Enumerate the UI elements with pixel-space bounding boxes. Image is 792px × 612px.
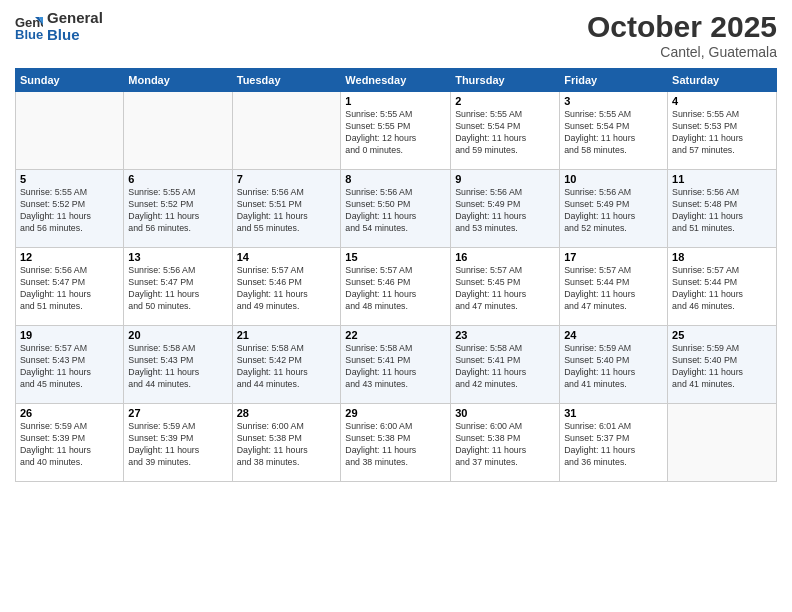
weekday-sunday: Sunday bbox=[16, 69, 124, 92]
page-container: General Blue General Blue October 2025 C… bbox=[0, 0, 792, 612]
day-number: 18 bbox=[672, 251, 772, 263]
day-number: 11 bbox=[672, 173, 772, 185]
day-number: 8 bbox=[345, 173, 446, 185]
day-number: 9 bbox=[455, 173, 555, 185]
day-info: Sunrise: 6:00 AM Sunset: 5:38 PM Dayligh… bbox=[455, 421, 555, 469]
calendar-week-row: 1Sunrise: 5:55 AM Sunset: 5:55 PM Daylig… bbox=[16, 92, 777, 170]
calendar-cell: 27Sunrise: 5:59 AM Sunset: 5:39 PM Dayli… bbox=[124, 404, 232, 482]
calendar-cell: 4Sunrise: 5:55 AM Sunset: 5:53 PM Daylig… bbox=[668, 92, 777, 170]
day-number: 12 bbox=[20, 251, 119, 263]
day-info: Sunrise: 5:57 AM Sunset: 5:43 PM Dayligh… bbox=[20, 343, 119, 391]
calendar-cell: 19Sunrise: 5:57 AM Sunset: 5:43 PM Dayli… bbox=[16, 326, 124, 404]
calendar-cell: 28Sunrise: 6:00 AM Sunset: 5:38 PM Dayli… bbox=[232, 404, 341, 482]
day-info: Sunrise: 5:58 AM Sunset: 5:41 PM Dayligh… bbox=[455, 343, 555, 391]
day-number: 29 bbox=[345, 407, 446, 419]
day-info: Sunrise: 5:59 AM Sunset: 5:40 PM Dayligh… bbox=[564, 343, 663, 391]
calendar-cell: 5Sunrise: 5:55 AM Sunset: 5:52 PM Daylig… bbox=[16, 170, 124, 248]
day-info: Sunrise: 5:56 AM Sunset: 5:50 PM Dayligh… bbox=[345, 187, 446, 235]
day-number: 23 bbox=[455, 329, 555, 341]
calendar-week-row: 19Sunrise: 5:57 AM Sunset: 5:43 PM Dayli… bbox=[16, 326, 777, 404]
calendar-cell: 7Sunrise: 5:56 AM Sunset: 5:51 PM Daylig… bbox=[232, 170, 341, 248]
day-number: 13 bbox=[128, 251, 227, 263]
weekday-thursday: Thursday bbox=[451, 69, 560, 92]
day-info: Sunrise: 5:57 AM Sunset: 5:46 PM Dayligh… bbox=[345, 265, 446, 313]
day-info: Sunrise: 5:58 AM Sunset: 5:41 PM Dayligh… bbox=[345, 343, 446, 391]
calendar-cell bbox=[16, 92, 124, 170]
calendar-cell: 14Sunrise: 5:57 AM Sunset: 5:46 PM Dayli… bbox=[232, 248, 341, 326]
day-info: Sunrise: 5:56 AM Sunset: 5:47 PM Dayligh… bbox=[20, 265, 119, 313]
day-info: Sunrise: 5:57 AM Sunset: 5:46 PM Dayligh… bbox=[237, 265, 337, 313]
day-info: Sunrise: 5:56 AM Sunset: 5:49 PM Dayligh… bbox=[564, 187, 663, 235]
calendar-cell: 10Sunrise: 5:56 AM Sunset: 5:49 PM Dayli… bbox=[560, 170, 668, 248]
calendar-cell bbox=[668, 404, 777, 482]
calendar-cell: 24Sunrise: 5:59 AM Sunset: 5:40 PM Dayli… bbox=[560, 326, 668, 404]
day-info: Sunrise: 5:55 AM Sunset: 5:54 PM Dayligh… bbox=[564, 109, 663, 157]
day-number: 5 bbox=[20, 173, 119, 185]
weekday-header-row: SundayMondayTuesdayWednesdayThursdayFrid… bbox=[16, 69, 777, 92]
day-number: 28 bbox=[237, 407, 337, 419]
day-info: Sunrise: 5:58 AM Sunset: 5:42 PM Dayligh… bbox=[237, 343, 337, 391]
day-number: 14 bbox=[237, 251, 337, 263]
day-number: 31 bbox=[564, 407, 663, 419]
calendar-cell: 26Sunrise: 5:59 AM Sunset: 5:39 PM Dayli… bbox=[16, 404, 124, 482]
calendar-cell: 20Sunrise: 5:58 AM Sunset: 5:43 PM Dayli… bbox=[124, 326, 232, 404]
calendar-cell: 15Sunrise: 5:57 AM Sunset: 5:46 PM Dayli… bbox=[341, 248, 451, 326]
day-info: Sunrise: 5:56 AM Sunset: 5:51 PM Dayligh… bbox=[237, 187, 337, 235]
day-info: Sunrise: 5:59 AM Sunset: 5:39 PM Dayligh… bbox=[128, 421, 227, 469]
calendar-cell: 2Sunrise: 5:55 AM Sunset: 5:54 PM Daylig… bbox=[451, 92, 560, 170]
calendar-cell: 11Sunrise: 5:56 AM Sunset: 5:48 PM Dayli… bbox=[668, 170, 777, 248]
logo-icon: General Blue bbox=[15, 13, 43, 41]
calendar-cell: 21Sunrise: 5:58 AM Sunset: 5:42 PM Dayli… bbox=[232, 326, 341, 404]
header: General Blue General Blue October 2025 C… bbox=[15, 10, 777, 60]
location: Cantel, Guatemala bbox=[587, 44, 777, 60]
day-number: 10 bbox=[564, 173, 663, 185]
calendar-cell: 31Sunrise: 6:01 AM Sunset: 5:37 PM Dayli… bbox=[560, 404, 668, 482]
calendar-cell: 6Sunrise: 5:55 AM Sunset: 5:52 PM Daylig… bbox=[124, 170, 232, 248]
day-info: Sunrise: 6:00 AM Sunset: 5:38 PM Dayligh… bbox=[237, 421, 337, 469]
calendar-cell: 22Sunrise: 5:58 AM Sunset: 5:41 PM Dayli… bbox=[341, 326, 451, 404]
day-number: 26 bbox=[20, 407, 119, 419]
day-info: Sunrise: 5:55 AM Sunset: 5:52 PM Dayligh… bbox=[20, 187, 119, 235]
calendar-cell: 17Sunrise: 5:57 AM Sunset: 5:44 PM Dayli… bbox=[560, 248, 668, 326]
day-number: 6 bbox=[128, 173, 227, 185]
day-info: Sunrise: 5:56 AM Sunset: 5:47 PM Dayligh… bbox=[128, 265, 227, 313]
weekday-monday: Monday bbox=[124, 69, 232, 92]
calendar-cell: 8Sunrise: 5:56 AM Sunset: 5:50 PM Daylig… bbox=[341, 170, 451, 248]
weekday-tuesday: Tuesday bbox=[232, 69, 341, 92]
day-number: 3 bbox=[564, 95, 663, 107]
day-info: Sunrise: 5:57 AM Sunset: 5:44 PM Dayligh… bbox=[672, 265, 772, 313]
weekday-wednesday: Wednesday bbox=[341, 69, 451, 92]
calendar-cell: 29Sunrise: 6:00 AM Sunset: 5:38 PM Dayli… bbox=[341, 404, 451, 482]
calendar-cell bbox=[124, 92, 232, 170]
logo: General Blue General Blue bbox=[15, 10, 103, 43]
day-number: 20 bbox=[128, 329, 227, 341]
calendar-cell: 13Sunrise: 5:56 AM Sunset: 5:47 PM Dayli… bbox=[124, 248, 232, 326]
calendar-cell: 30Sunrise: 6:00 AM Sunset: 5:38 PM Dayli… bbox=[451, 404, 560, 482]
day-info: Sunrise: 5:57 AM Sunset: 5:45 PM Dayligh… bbox=[455, 265, 555, 313]
day-info: Sunrise: 6:00 AM Sunset: 5:38 PM Dayligh… bbox=[345, 421, 446, 469]
calendar-cell: 16Sunrise: 5:57 AM Sunset: 5:45 PM Dayli… bbox=[451, 248, 560, 326]
day-number: 15 bbox=[345, 251, 446, 263]
day-number: 25 bbox=[672, 329, 772, 341]
day-info: Sunrise: 5:56 AM Sunset: 5:48 PM Dayligh… bbox=[672, 187, 772, 235]
day-number: 19 bbox=[20, 329, 119, 341]
svg-text:Blue: Blue bbox=[15, 27, 43, 41]
day-number: 17 bbox=[564, 251, 663, 263]
day-info: Sunrise: 5:55 AM Sunset: 5:55 PM Dayligh… bbox=[345, 109, 446, 157]
weekday-friday: Friday bbox=[560, 69, 668, 92]
calendar-cell: 23Sunrise: 5:58 AM Sunset: 5:41 PM Dayli… bbox=[451, 326, 560, 404]
day-number: 1 bbox=[345, 95, 446, 107]
day-number: 30 bbox=[455, 407, 555, 419]
calendar-week-row: 12Sunrise: 5:56 AM Sunset: 5:47 PM Dayli… bbox=[16, 248, 777, 326]
logo-line2: Blue bbox=[47, 27, 103, 44]
day-number: 27 bbox=[128, 407, 227, 419]
day-info: Sunrise: 5:58 AM Sunset: 5:43 PM Dayligh… bbox=[128, 343, 227, 391]
day-info: Sunrise: 6:01 AM Sunset: 5:37 PM Dayligh… bbox=[564, 421, 663, 469]
calendar-cell: 1Sunrise: 5:55 AM Sunset: 5:55 PM Daylig… bbox=[341, 92, 451, 170]
day-number: 22 bbox=[345, 329, 446, 341]
day-info: Sunrise: 5:59 AM Sunset: 5:40 PM Dayligh… bbox=[672, 343, 772, 391]
day-info: Sunrise: 5:55 AM Sunset: 5:54 PM Dayligh… bbox=[455, 109, 555, 157]
day-number: 4 bbox=[672, 95, 772, 107]
calendar-table: SundayMondayTuesdayWednesdayThursdayFrid… bbox=[15, 68, 777, 482]
title-block: October 2025 Cantel, Guatemala bbox=[587, 10, 777, 60]
